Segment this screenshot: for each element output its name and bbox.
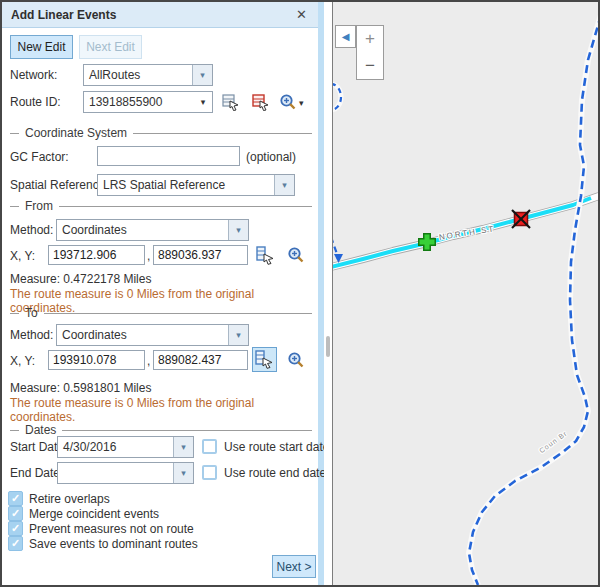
chevron-down-icon[interactable]: ▾ bbox=[274, 175, 294, 195]
section-coordinate-system-label: Coordinate System bbox=[25, 126, 127, 140]
network-label: Network: bbox=[10, 68, 57, 82]
map-canvas[interactable]: NORTH ST Coun Br ◀ + − bbox=[332, 2, 598, 585]
route-id-combo[interactable]: 13918855900 ▾ bbox=[83, 91, 213, 113]
zoom-in-button[interactable]: + bbox=[356, 25, 384, 53]
zoom-to-route-icon[interactable] bbox=[279, 93, 297, 111]
section-to-label: To bbox=[25, 306, 38, 320]
merge-coincident-events-checkbox[interactable]: ✓ bbox=[8, 506, 23, 521]
save-events-label: Save events to dominant routes bbox=[29, 537, 198, 551]
use-route-end-date-checkbox[interactable] bbox=[202, 465, 217, 480]
add-linear-events-panel: Add Linear Events ✕ New Edit Next Edit N… bbox=[2, 2, 324, 585]
panel-scrollbar bbox=[324, 2, 332, 585]
zoom-options-chevron-icon[interactable]: ▾ bbox=[299, 98, 304, 108]
retire-overlaps-label: Retire overlaps bbox=[29, 492, 110, 506]
from-y-input[interactable] bbox=[153, 245, 248, 265]
select-route-on-map-icon[interactable] bbox=[222, 93, 240, 111]
add-linear-events-window: Add Linear Events ✕ New Edit Next Edit N… bbox=[0, 0, 600, 587]
xy-comma: , bbox=[147, 354, 150, 368]
to-method-value: Coordinates bbox=[57, 325, 228, 345]
to-zoom-icon[interactable] bbox=[287, 351, 305, 369]
retire-overlaps-checkbox[interactable]: ✓ bbox=[8, 491, 23, 506]
section-to: To bbox=[10, 306, 312, 320]
end-marker-red-square-x bbox=[512, 210, 530, 228]
next-edit-button[interactable]: Next Edit bbox=[79, 35, 142, 59]
chevron-down-icon[interactable]: ▾ bbox=[194, 97, 212, 107]
from-xy-label: X, Y: bbox=[10, 249, 35, 263]
section-coordinate-system: Coordinate System bbox=[10, 126, 312, 140]
save-events-checkbox[interactable]: ✓ bbox=[8, 536, 23, 551]
spatial-reference-label: Spatial Reference: bbox=[10, 178, 109, 192]
to-warning-text: The route measure is 0 Miles from the or… bbox=[10, 396, 318, 424]
to-method-label: Method: bbox=[10, 328, 53, 342]
gc-optional-hint: (optional) bbox=[246, 150, 296, 164]
to-pick-coordinates-button-active[interactable] bbox=[252, 347, 277, 372]
stream-line bbox=[333, 108, 338, 259]
xy-comma: , bbox=[147, 249, 150, 263]
end-date-value bbox=[58, 463, 173, 483]
from-method-value: Coordinates bbox=[57, 220, 228, 240]
gc-factor-label: GC Factor: bbox=[10, 150, 69, 164]
route-id-value: 13918855900 bbox=[84, 95, 194, 109]
gc-factor-input[interactable] bbox=[97, 146, 240, 166]
section-dates-label: Dates bbox=[25, 423, 56, 437]
to-pick-coordinates-icon bbox=[255, 350, 274, 369]
to-xy-label: X, Y: bbox=[10, 354, 35, 368]
route-id-label: Route ID: bbox=[10, 95, 61, 109]
remove-route-selection-icon[interactable] bbox=[252, 93, 270, 111]
collapse-panel-button[interactable]: ◀ bbox=[335, 25, 356, 48]
chevron-down-icon[interactable]: ▾ bbox=[173, 437, 193, 457]
use-route-end-date-label: Use route end date bbox=[224, 466, 326, 480]
scrollbar-thumb[interactable] bbox=[326, 336, 330, 357]
start-date-select[interactable]: 4/30/2016 ▾ bbox=[57, 436, 194, 458]
from-x-input[interactable] bbox=[48, 245, 145, 265]
chevron-down-icon[interactable]: ▾ bbox=[192, 65, 212, 85]
use-route-start-date-checkbox[interactable] bbox=[202, 439, 217, 454]
panel-header: Add Linear Events ✕ bbox=[2, 2, 318, 28]
to-method-select[interactable]: Coordinates ▾ bbox=[56, 324, 249, 346]
next-button[interactable]: Next > bbox=[272, 555, 316, 578]
section-from-label: From bbox=[25, 199, 53, 213]
end-date-label: End Date: bbox=[10, 466, 63, 480]
from-pick-coordinates-icon[interactable] bbox=[256, 246, 275, 265]
panel-title: Add Linear Events bbox=[11, 8, 294, 22]
prevent-measures-checkbox[interactable]: ✓ bbox=[8, 521, 23, 536]
zoom-out-button[interactable]: − bbox=[356, 52, 384, 80]
to-x-input[interactable] bbox=[48, 350, 145, 370]
start-date-value: 4/30/2016 bbox=[58, 437, 173, 457]
section-from: From bbox=[10, 199, 312, 213]
prevent-measures-label: Prevent measures not on route bbox=[29, 522, 194, 536]
use-route-start-date-label: Use route start date bbox=[224, 440, 329, 454]
chevron-down-icon[interactable]: ▾ bbox=[228, 325, 248, 345]
map-graphics bbox=[333, 2, 598, 585]
spatial-reference-select[interactable]: LRS Spatial Reference ▾ bbox=[97, 174, 295, 196]
network-select[interactable]: AllRoutes ▾ bbox=[83, 64, 213, 86]
from-measure-text: Measure: 0.4722178 Miles bbox=[10, 272, 151, 286]
section-dates: Dates bbox=[10, 423, 312, 437]
end-date-select[interactable]: ▾ bbox=[57, 462, 194, 484]
merge-coincident-events-label: Merge coincident events bbox=[29, 507, 159, 521]
chevron-down-icon[interactable]: ▾ bbox=[228, 220, 248, 240]
close-icon[interactable]: ✕ bbox=[294, 7, 309, 22]
river-casing bbox=[469, 15, 598, 585]
spatial-reference-value: LRS Spatial Reference bbox=[98, 175, 274, 195]
to-measure-text: Measure: 0.5981801 Miles bbox=[10, 381, 151, 395]
to-y-input[interactable] bbox=[153, 350, 248, 370]
chevron-down-icon[interactable]: ▾ bbox=[173, 463, 193, 483]
new-edit-button[interactable]: New Edit bbox=[10, 35, 73, 59]
from-zoom-icon[interactable] bbox=[287, 246, 305, 264]
network-value: AllRoutes bbox=[84, 65, 192, 85]
from-method-select[interactable]: Coordinates ▾ bbox=[56, 219, 249, 241]
from-method-label: Method: bbox=[10, 223, 53, 237]
